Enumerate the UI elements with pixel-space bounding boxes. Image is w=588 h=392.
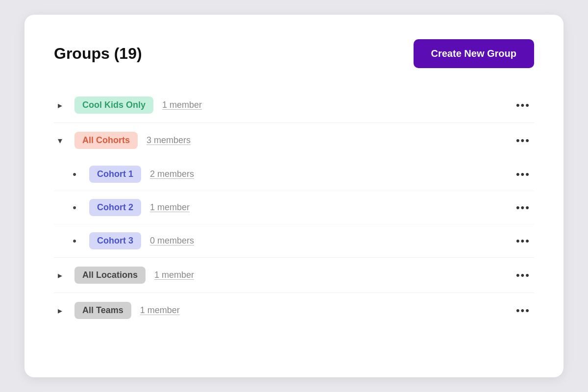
group-tag-cool-kids-only: Cool Kids Only xyxy=(74,97,153,114)
group-row-left: ▸All Locations1 member xyxy=(54,267,194,284)
more-options-button[interactable]: ••• xyxy=(512,132,534,149)
bullet-icon: • xyxy=(69,168,80,181)
group-row: ▸All Teams1 member••• xyxy=(54,293,534,328)
group-row: ▾All Cohorts3 members••• xyxy=(54,123,534,158)
member-count: 1 member xyxy=(150,202,190,213)
group-row-left: ▸All Teams1 member xyxy=(54,302,180,319)
group-row: ▸Cool Kids Only1 member••• xyxy=(54,88,534,122)
bullet-icon: • xyxy=(69,235,80,247)
page-header: Groups (19) Create New Group xyxy=(54,39,534,68)
chevron-right-icon[interactable]: ▸ xyxy=(54,305,66,316)
group-row: ▸All Locations1 member••• xyxy=(54,258,534,293)
group-tag-all-cohorts: All Cohorts xyxy=(74,132,138,149)
chevron-down-icon[interactable]: ▾ xyxy=(54,135,66,146)
member-count: 2 members xyxy=(150,169,194,179)
subgroup-left: •Cohort 30 members xyxy=(54,232,194,249)
subgroup-left: •Cohort 21 member xyxy=(54,199,190,216)
subgroup-row: •Cohort 12 members••• xyxy=(54,158,534,191)
group-row-left: ▾All Cohorts3 members xyxy=(54,132,191,149)
group-tag-cohort-2: Cohort 2 xyxy=(89,199,141,216)
group-list: ▸Cool Kids Only1 member•••▾All Cohorts3 … xyxy=(54,88,534,328)
more-options-button[interactable]: ••• xyxy=(512,199,534,216)
chevron-right-icon[interactable]: ▸ xyxy=(54,100,66,111)
member-count: 1 member xyxy=(154,270,194,280)
groups-card: Groups (19) Create New Group ▸Cool Kids … xyxy=(24,15,564,377)
subgroup-left: •Cohort 12 members xyxy=(54,166,194,183)
create-group-button[interactable]: Create New Group xyxy=(414,39,534,68)
more-options-button[interactable]: ••• xyxy=(512,267,534,284)
bullet-icon: • xyxy=(69,201,80,214)
member-count: 0 members xyxy=(150,236,194,246)
page-title: Groups (19) xyxy=(54,45,142,63)
subgroup-row: •Cohort 30 members••• xyxy=(54,224,534,257)
member-count: 1 member xyxy=(140,305,180,316)
chevron-right-icon[interactable]: ▸ xyxy=(54,270,66,281)
group-tag-cohort-1: Cohort 1 xyxy=(89,166,141,183)
group-tag-cohort-3: Cohort 3 xyxy=(89,232,141,249)
subgroup-row: •Cohort 21 member••• xyxy=(54,191,534,224)
more-options-button[interactable]: ••• xyxy=(512,302,534,319)
group-tag-all-teams: All Teams xyxy=(74,302,131,319)
member-count: 3 members xyxy=(147,135,191,146)
group-row-left: ▸Cool Kids Only1 member xyxy=(54,97,202,114)
more-options-button[interactable]: ••• xyxy=(512,97,534,114)
more-options-button[interactable]: ••• xyxy=(512,166,534,183)
more-options-button[interactable]: ••• xyxy=(512,233,534,249)
member-count: 1 member xyxy=(162,100,202,110)
group-tag-all-locations: All Locations xyxy=(74,267,146,284)
